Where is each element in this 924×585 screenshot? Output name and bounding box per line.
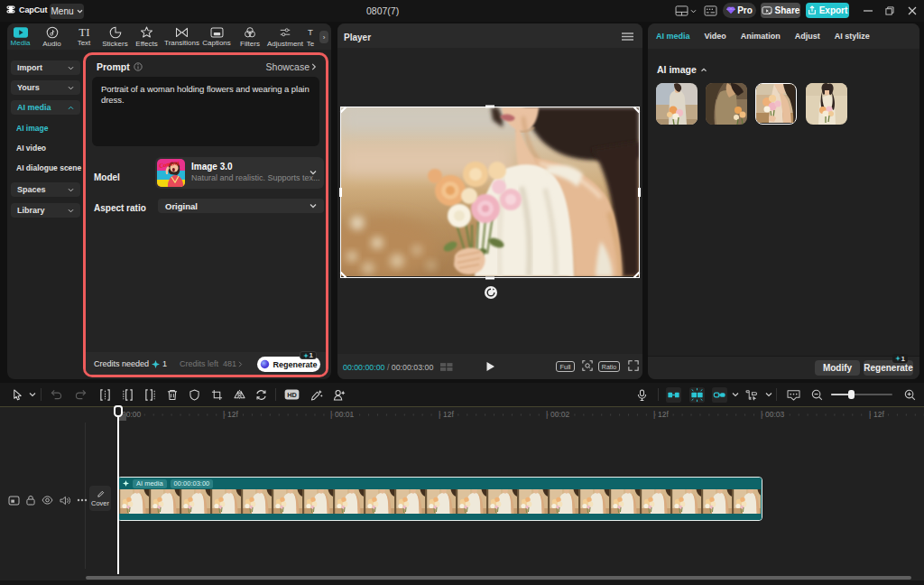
svg-text:00:01: 00:01 [335,410,355,419]
svg-text:12f: 12f [227,410,238,419]
svg-text:T: T [308,26,313,36]
svg-text:|: | [761,410,762,419]
svg-text:00:03: 00:03 [765,410,785,419]
svg-text:TI: TI [79,26,89,38]
svg-text:|: | [439,410,440,419]
svg-text:12f: 12f [443,410,454,419]
svg-text:|: | [546,410,548,419]
svg-text:12f: 12f [658,410,669,419]
svg-text:|: | [330,410,332,419]
svg-text:HD: HD [287,391,297,399]
svg-text:12f: 12f [873,410,884,419]
svg-text:00:02: 00:02 [550,410,570,419]
svg-text:|: | [653,410,655,419]
svg-text:|: | [223,410,225,419]
svg-text:|: | [869,410,871,419]
